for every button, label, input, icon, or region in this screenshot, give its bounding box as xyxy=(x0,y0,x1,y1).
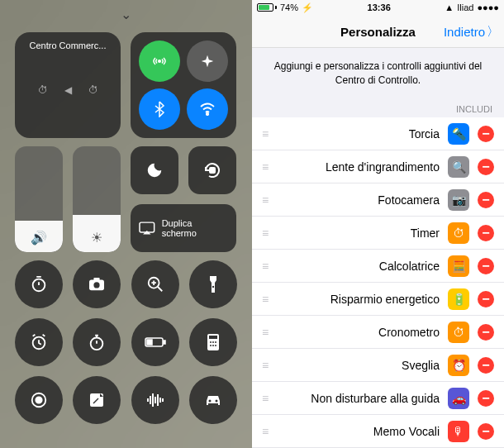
remove-button[interactable]: − xyxy=(478,357,494,374)
app-icon: ⏰ xyxy=(448,355,469,376)
camera-icon[interactable] xyxy=(73,260,121,308)
svg-point-9 xyxy=(212,286,214,288)
wifi-status-icon: ▲ xyxy=(445,2,454,12)
remove-button[interactable]: − xyxy=(478,423,494,440)
magnifier-icon[interactable] xyxy=(131,260,179,308)
skip-forward-icon[interactable]: ⏱ xyxy=(88,84,98,96)
svg-rect-14 xyxy=(147,340,152,345)
app-icon: 🧮 xyxy=(448,255,469,277)
svg-rect-13 xyxy=(164,341,165,344)
charging-icon: ⚡ xyxy=(302,2,313,13)
drag-handle-icon[interactable]: ≡ xyxy=(262,326,269,339)
screen-record-icon[interactable] xyxy=(15,376,63,424)
item-label: Sveglia xyxy=(277,359,440,372)
voice-memo-icon[interactable] xyxy=(131,376,179,424)
item-label: Timer xyxy=(277,226,440,240)
app-icon: 🔦 xyxy=(448,123,469,145)
remove-button[interactable]: − xyxy=(478,390,494,407)
cellular-icon[interactable] xyxy=(139,41,180,82)
remove-button[interactable]: − xyxy=(478,192,494,208)
flashlight-icon[interactable] xyxy=(189,260,237,308)
stopwatch-icon[interactable] xyxy=(73,318,121,366)
now-playing-tile[interactable]: Centro Commerc... ⏱ ◀ ⏱ xyxy=(15,32,121,138)
svg-point-22 xyxy=(215,345,216,346)
airplane-icon[interactable] xyxy=(187,41,228,82)
svg-point-21 xyxy=(212,345,214,346)
remove-button[interactable]: − xyxy=(478,291,494,307)
drag-handle-icon[interactable]: ≡ xyxy=(262,260,269,273)
item-label: Non disturbare alla guida xyxy=(277,392,440,405)
remove-button[interactable]: − xyxy=(478,126,494,142)
skip-back-icon[interactable]: ⏱ xyxy=(38,84,48,96)
drag-handle-icon[interactable]: ≡ xyxy=(262,160,269,174)
svg-point-24 xyxy=(36,397,41,403)
app-icon: 🔋 xyxy=(448,288,469,310)
signal-icon: ●●●● xyxy=(477,2,499,12)
rotation-lock-tile[interactable] xyxy=(188,146,236,194)
chevron-down-icon[interactable]: ⌄ xyxy=(15,7,237,22)
back-button[interactable]: Indietro 〉 xyxy=(444,24,499,40)
drag-handle-icon[interactable]: ≡ xyxy=(262,425,269,438)
list-item[interactable]: − 📷 Fotocamera ≡ xyxy=(252,183,504,217)
calculator-icon[interactable] xyxy=(189,318,237,366)
notes-icon[interactable] xyxy=(73,376,121,424)
screen-mirroring-tile[interactable]: Duplica schermo xyxy=(131,204,236,252)
drag-handle-icon[interactable]: ≡ xyxy=(262,359,269,372)
dnd-tile[interactable] xyxy=(131,146,178,194)
bluetooth-icon[interactable] xyxy=(139,88,180,130)
control-center-panel: ⌄ Centro Commerc... ⏱ ◀ ⏱ xyxy=(0,0,252,448)
svg-rect-2 xyxy=(210,168,215,173)
brightness-icon: ☀ xyxy=(91,230,102,245)
section-header: INCLUDI xyxy=(252,99,504,117)
volume-slider[interactable]: 🔊 xyxy=(15,146,63,252)
battery-percent: 74% xyxy=(280,2,298,12)
alarm-icon[interactable] xyxy=(15,318,63,366)
low-power-icon[interactable] xyxy=(131,318,179,366)
remove-button[interactable]: − xyxy=(478,258,494,274)
app-icon: 📷 xyxy=(448,189,469,211)
nav-bar: Personalizza Indietro 〉 xyxy=(252,16,504,49)
svg-rect-30 xyxy=(157,394,159,406)
drag-handle-icon[interactable]: ≡ xyxy=(262,392,269,405)
drag-handle-icon[interactable]: ≡ xyxy=(262,193,269,207)
svg-point-17 xyxy=(210,341,212,343)
drag-handle-icon[interactable]: ≡ xyxy=(262,293,269,306)
item-label: Torcia xyxy=(277,127,440,141)
page-title: Personalizza xyxy=(340,25,416,39)
svg-rect-7 xyxy=(94,278,100,281)
app-icon: ⏱ xyxy=(448,322,469,343)
item-label: Calcolatrice xyxy=(277,260,440,273)
play-icon[interactable]: ◀ xyxy=(64,84,72,96)
drag-handle-icon[interactable]: ≡ xyxy=(262,127,269,141)
list-item[interactable]: − ⏰ Sveglia ≡ xyxy=(252,349,504,382)
brightness-slider[interactable]: ☀ xyxy=(73,146,121,252)
item-label: Fotocamera xyxy=(277,193,440,207)
app-icon: 🚗 xyxy=(448,388,469,409)
drag-handle-icon[interactable]: ≡ xyxy=(262,226,269,240)
item-label: Memo Vocali xyxy=(277,425,440,438)
remove-button[interactable]: − xyxy=(478,324,494,341)
svg-point-6 xyxy=(94,282,100,288)
remove-button[interactable]: − xyxy=(478,159,494,175)
include-list: − 🔦 Torcia ≡ − 🔍 Lente d'ingrandimento ≡… xyxy=(252,117,504,448)
list-item[interactable]: − 🔋 Risparmio energetico ≡ xyxy=(252,283,504,316)
description-text: Aggiungi e personalizza i controlli aggi… xyxy=(252,48,504,99)
list-item[interactable]: − ⏱ Cronometro ≡ xyxy=(252,316,504,349)
svg-point-34 xyxy=(215,400,217,403)
svg-rect-27 xyxy=(150,396,151,404)
list-item[interactable]: − 🧮 Calcolatrice ≡ xyxy=(252,250,504,283)
remove-button[interactable]: − xyxy=(478,225,494,241)
timer-icon[interactable] xyxy=(15,260,63,308)
svg-rect-16 xyxy=(209,336,217,339)
connectivity-tile[interactable] xyxy=(131,32,236,138)
list-item[interactable]: − 🚗 Non disturbare alla guida ≡ xyxy=(252,382,504,415)
list-item[interactable]: − ⏱ Timer ≡ xyxy=(252,217,504,250)
item-label: Cronometro xyxy=(277,326,440,339)
list-item[interactable]: − 🔦 Torcia ≡ xyxy=(252,117,504,150)
svg-point-0 xyxy=(158,60,161,63)
list-item[interactable]: − 🔍 Lente d'ingrandimento ≡ xyxy=(252,150,504,183)
wifi-icon[interactable] xyxy=(187,88,228,130)
driving-dnd-icon[interactable] xyxy=(189,376,237,424)
list-item[interactable]: − 🎙 Memo Vocali ≡ xyxy=(252,415,504,448)
svg-rect-28 xyxy=(152,393,154,407)
